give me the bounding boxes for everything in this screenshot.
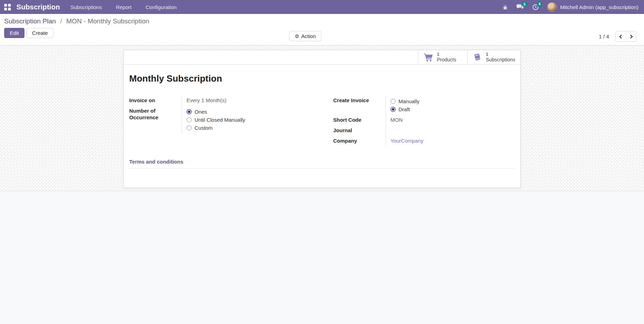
notebook-tabs: Terms and conditions [129, 159, 515, 168]
top-menu: Subscriptions Report Configuration [71, 4, 177, 10]
user-name: Mitchell Admin (app_subscription) [560, 4, 638, 10]
create-invoice-radio-group: Manually Draft [386, 96, 515, 115]
radio-draft[interactable]: Draft [390, 105, 515, 113]
invoice-on-value: Every 1 Month(s) [182, 96, 311, 106]
form-view-background: 1 Products 1 Subscriptions [0, 45, 644, 191]
debug-bug-icon[interactable] [502, 4, 508, 10]
radio-button [186, 109, 192, 114]
chevron-right-icon [629, 35, 632, 38]
form-sheet: 1 Products 1 Subscriptions [123, 50, 521, 188]
journal-value [386, 126, 515, 136]
breadcrumb-separator: / [60, 17, 62, 25]
radio-button [186, 125, 192, 130]
radio-button [390, 107, 396, 112]
breadcrumb-parent[interactable]: Subscription Plan [4, 17, 56, 25]
edit-button[interactable]: Edit [4, 28, 24, 38]
user-menu[interactable]: Mitchell Admin (app_subscription) [547, 2, 638, 12]
control-panel-buttons: Edit Create [4, 28, 639, 38]
products-count: 1 [437, 52, 456, 57]
radio-button [186, 117, 192, 122]
messages-icon[interactable]: 5 [517, 4, 524, 10]
field-company: Company YourCompany [333, 136, 515, 146]
book-icon [473, 53, 482, 62]
breadcrumb: Subscription Plan / MON - Monthly Subscr… [4, 17, 639, 25]
field-invoice-on: Invoice on Every 1 Month(s) [129, 96, 311, 106]
field-journal: Journal [333, 126, 515, 136]
chevron-left-icon [619, 35, 623, 38]
short-code-value: MON [386, 115, 515, 126]
gear-icon: ⚙ [295, 34, 299, 39]
pager-previous-button[interactable] [616, 31, 626, 42]
radio-until-closed-manually[interactable]: Until Closed Manually [186, 116, 311, 124]
stat-button-products[interactable]: 1 Products [418, 50, 467, 64]
company-link[interactable]: YourCompany [390, 138, 424, 144]
radio-ones[interactable]: Ones [186, 108, 311, 116]
journal-label: Journal [333, 126, 386, 136]
invoice-on-label: Invoice on [129, 96, 182, 106]
activities-badge: 4 [537, 1, 542, 7]
pager-buttons [615, 31, 636, 42]
create-button[interactable]: Create [27, 28, 53, 38]
field-group: Invoice on Every 1 Month(s) Number of Oc… [129, 96, 515, 146]
action-button-label: Action [301, 33, 316, 39]
stat-button-subscriptions[interactable]: 1 Subscriptions [467, 50, 520, 64]
occurrence-label: Number of Occurrence [129, 106, 182, 134]
menu-subscriptions[interactable]: Subscriptions [71, 4, 102, 10]
breadcrumb-current: MON - Monthly Subscription [66, 17, 149, 25]
field-short-code: Short Code MON [333, 115, 515, 126]
avatar [547, 2, 557, 12]
pager-next-button[interactable] [626, 31, 636, 42]
radio-button [390, 99, 396, 104]
messages-badge: 5 [522, 1, 527, 7]
subscriptions-label: Subscriptions [486, 57, 515, 63]
record-title: Monthly Subscription [129, 73, 515, 84]
topbar-right: 5 4 Mitchell Admin (app_subscription) [502, 2, 638, 12]
pager: 1 / 4 [599, 31, 636, 42]
page-footer-space [0, 191, 644, 324]
stat-button-box: 1 Products 1 Subscriptions [124, 50, 520, 65]
short-code-label: Short Code [333, 115, 386, 126]
app-name[interactable]: Subscription [16, 3, 60, 11]
radio-custom[interactable]: Custom [186, 124, 311, 132]
pager-count: 1 / 4 [599, 33, 609, 39]
subscriptions-count: 1 [486, 52, 515, 57]
action-button[interactable]: ⚙ Action [289, 31, 321, 41]
field-number-of-occurrence: Number of Occurrence Ones Until Closed M… [129, 106, 311, 134]
field-column-right: Create Invoice Manually Draft [333, 96, 515, 146]
menu-report[interactable]: Report [116, 4, 132, 10]
apps-menu-icon[interactable] [4, 4, 11, 10]
menu-configuration[interactable]: Configuration [146, 4, 177, 10]
tab-terms-and-conditions[interactable]: Terms and conditions [129, 159, 183, 168]
field-column-left: Invoice on Every 1 Month(s) Number of Oc… [129, 96, 311, 146]
company-label: Company [333, 136, 386, 146]
cart-icon [424, 53, 433, 62]
control-panel: Subscription Plan / MON - Monthly Subscr… [0, 14, 644, 45]
occurrence-radio-group: Ones Until Closed Manually Custom [182, 106, 311, 134]
radio-manually[interactable]: Manually [390, 97, 515, 105]
top-navbar: Subscription Subscriptions Report Config… [0, 0, 644, 14]
products-label: Products [437, 57, 456, 63]
create-invoice-label: Create Invoice [333, 96, 386, 115]
field-create-invoice: Create Invoice Manually Draft [333, 96, 515, 115]
activities-clock-icon[interactable]: 4 [532, 4, 539, 10]
